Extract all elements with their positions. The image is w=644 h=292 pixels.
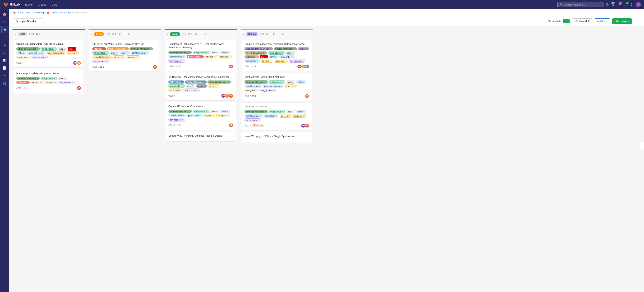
label-tag[interactable]: mktg-status✕ [40, 77, 57, 80]
col-add-waiting[interactable]: + [277, 32, 280, 36]
label-tag[interactable]: pMm✕ [120, 51, 130, 55]
label-tag[interactable]: pmM Internal✕ [168, 114, 186, 117]
sidebar-icon-wiki[interactable]: 📄 [1, 64, 8, 71]
label-remove[interactable]: ✕ [292, 56, 294, 58]
label-tag[interactable]: mktg-status✕ [168, 84, 185, 88]
label-tag[interactable]: plan✕ [210, 51, 220, 54]
label-tag[interactable]: sm_request✕ [168, 59, 185, 63]
issues-icon[interactable]: ◎4 [618, 2, 621, 7]
label-tag[interactable]: assigned✕ [218, 55, 232, 58]
sidebar-icon-home[interactable]: 🏠 [1, 11, 8, 18]
issue-card[interactable]: Create AR deck for ComplianceStrategic M… [166, 102, 236, 130]
label-tag[interactable]: assigned✕ [126, 55, 140, 59]
label-remove[interactable]: ✕ [275, 115, 277, 117]
label-tag[interactable]: pmM External✕ [130, 51, 149, 55]
label-tag[interactable]: sm_request✕ [92, 60, 109, 63]
label-tag[interactable]: Partner Marketing✕ [107, 47, 129, 50]
sidebar-icon-issues[interactable]: ◉ [1, 26, 8, 33]
label-remove[interactable]: ✕ [116, 52, 118, 54]
sidebar-icon-members[interactable]: 👥 [1, 80, 8, 87]
label-remove[interactable]: ✕ [217, 85, 218, 87]
breadcrumb-product-marketing[interactable]: Product Marketing [51, 11, 71, 14]
col-expand-doing[interactable]: ▶ [167, 33, 168, 35]
plus-menu[interactable]: ⊞ [606, 2, 609, 7]
todos-icon[interactable]: ✓6 [624, 2, 628, 7]
label-tag[interactable]: Strategic Marketing✕ [274, 47, 297, 50]
col-expand-todo[interactable]: ▶ [91, 33, 92, 35]
label-remove[interactable]: ✕ [55, 82, 56, 84]
label-remove[interactable]: ✕ [214, 56, 216, 58]
label-remove[interactable]: ✕ [109, 56, 110, 58]
label-tag[interactable]: mktg-status✕ [40, 47, 57, 51]
labels-toggle-switch[interactable] [562, 19, 570, 23]
global-search[interactable]: 🔍 Search or jump to... [558, 2, 604, 7]
label-remove[interactable]: ✕ [265, 111, 266, 113]
issue-card[interactable]: Enablement - 10 reasons to NOT sell star… [166, 40, 236, 71]
label-remove[interactable]: ✕ [37, 77, 38, 80]
label-tag[interactable]: sm_request✕ [31, 56, 48, 59]
label-remove[interactable]: ✕ [64, 48, 66, 50]
label-tag[interactable]: pMm✕ [268, 55, 278, 58]
label-remove[interactable]: ✕ [280, 85, 282, 87]
label-remove[interactable]: ✕ [23, 52, 24, 54]
label-tag[interactable]: pmM Internal✕ [244, 85, 262, 88]
label-remove[interactable]: ✕ [183, 114, 184, 117]
label-tag[interactable]: pmM External✕ [27, 51, 45, 55]
label-remove[interactable]: ✕ [127, 52, 128, 54]
label-tag[interactable]: design✕ [298, 47, 309, 50]
add-issues-button[interactable]: Add issues [612, 18, 632, 24]
label-tag[interactable]: pmm Collateral✕ [46, 51, 65, 55]
label-tag[interactable]: assigned✕ [244, 89, 258, 92]
issue-card[interactable]: Update Why Premium / Ultimate Pages & De… [166, 132, 236, 142]
issue-card[interactable]: CI&T| GitLab White Paper: Rethinking Dev… [90, 40, 160, 72]
label-tag[interactable]: assigned✕ [16, 56, 30, 59]
label-tag[interactable]: assigned✕ [168, 89, 182, 92]
label-remove[interactable]: ✕ [54, 77, 55, 80]
label-remove[interactable]: ✕ [206, 52, 207, 54]
label-tag[interactable]: sm_request✕ [183, 89, 200, 92]
label-tag[interactable]: mktg-status✕ [192, 110, 209, 113]
label-remove[interactable]: ✕ [259, 85, 260, 87]
col-add-doing[interactable]: + [199, 32, 202, 36]
label-remove[interactable]: ✕ [303, 115, 305, 117]
label-tag[interactable]: plan✕ [186, 84, 195, 88]
label-remove[interactable]: ✕ [212, 114, 214, 117]
label-tag[interactable]: plan✕ [110, 51, 119, 55]
col-settings-todo[interactable]: ⚙ [127, 32, 131, 36]
col-expand-open[interactable]: ▶ [14, 33, 16, 35]
label-tag[interactable]: mktg-status✕ [192, 51, 209, 54]
label-tag[interactable]: sm_request✕ [59, 81, 75, 84]
label-tag[interactable]: Analyst Relations✕ [185, 80, 206, 84]
label-tag[interactable]: sm_request✕ [244, 118, 261, 122]
label-remove[interactable]: ✕ [303, 111, 304, 113]
nav-groups[interactable]: Groups [36, 2, 48, 7]
label-remove[interactable]: ✕ [292, 52, 293, 54]
label-remove[interactable]: ✕ [227, 110, 228, 112]
label-tag[interactable]: assigned✕ [292, 114, 306, 118]
label-remove[interactable]: ✕ [106, 52, 107, 54]
label-remove[interactable]: ✕ [306, 48, 308, 50]
col-badge-waiting[interactable]: Waiting [246, 32, 258, 36]
label-remove[interactable]: ✕ [73, 48, 75, 50]
label-remove[interactable]: ✕ [282, 111, 284, 113]
label-remove[interactable]: ✕ [216, 52, 218, 54]
label-tag[interactable]: pMm✕ [220, 51, 230, 54]
label-remove[interactable]: ✕ [150, 48, 151, 50]
label-remove[interactable]: ✕ [126, 48, 127, 50]
user-avatar[interactable]: S [636, 2, 641, 7]
label-remove[interactable]: ✕ [229, 56, 230, 58]
label-remove[interactable]: ✕ [270, 60, 271, 62]
label-remove[interactable]: ✕ [204, 85, 205, 87]
label-remove[interactable]: ✕ [182, 60, 183, 62]
label-remove[interactable]: ✕ [260, 115, 261, 117]
label-remove[interactable]: ✕ [189, 110, 190, 112]
breadcrumb-gitlab[interactable]: GitLab.com [17, 11, 30, 14]
label-remove[interactable]: ✕ [255, 90, 257, 92]
label-remove[interactable]: ✕ [182, 85, 183, 87]
label-tag[interactable]: Strategic Marketing✕ [130, 47, 153, 50]
label-tag[interactable]: Strategic Marketing✕ [16, 77, 40, 80]
label-remove[interactable]: ✕ [303, 81, 304, 83]
help-icon[interactable]: ? [630, 3, 632, 7]
col-add-open[interactable]: + [41, 32, 44, 36]
label-remove[interactable]: ✕ [122, 56, 124, 58]
